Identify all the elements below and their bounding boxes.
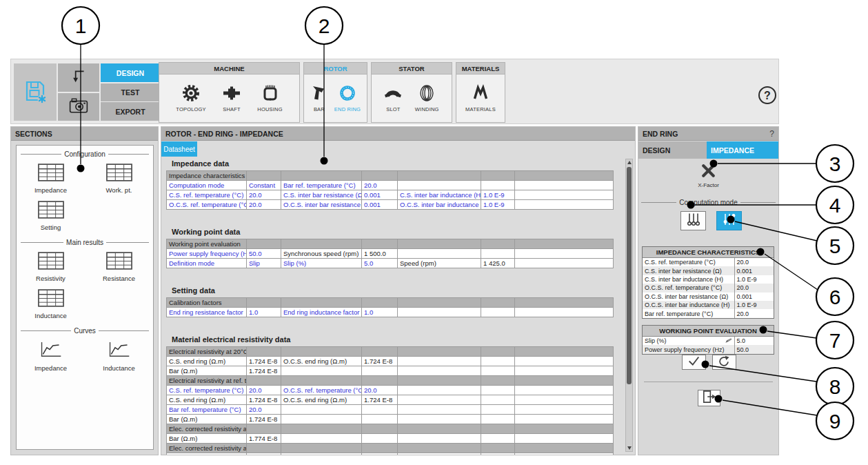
table-row: End ring resistance factor1.0End ring in…: [167, 308, 614, 317]
cell-value[interactable]: 20.0: [247, 453, 281, 455]
cell-label: [281, 405, 362, 415]
sidebar-item-label: Impedance: [34, 364, 67, 372]
cell-label: [515, 259, 614, 268]
cell-value: 1.724 E-8: [247, 395, 281, 405]
cell-label: Bar ref. temperature (°C): [643, 309, 734, 317]
toolbar-group-label-materials: MATERIALS: [456, 63, 505, 75]
datasheet-panel-title: ROTOR - END RING - IMPEDANCE: [161, 127, 635, 141]
sidebar-item-setting[interactable]: Setting: [17, 197, 85, 234]
sidebar-item-inductance[interactable]: Inductance: [17, 285, 85, 322]
toolbar-item-label: END RING: [334, 106, 361, 112]
table-row: O.C.S. ref. temperature (°C)20.0: [643, 284, 774, 292]
cell-value[interactable]: 20.0: [247, 405, 281, 415]
sidebar-item-impedance-curve[interactable]: Impedance: [17, 336, 85, 375]
cell-value: [481, 308, 515, 317]
cell-label: [398, 181, 481, 190]
cell-label: [515, 249, 614, 259]
toolbar-item-materials[interactable]: MATERIALS: [465, 84, 496, 112]
cell-value[interactable]: 5.0: [362, 259, 398, 268]
table-row: Power supply frequency (Hz)50.0Synchrono…: [167, 249, 614, 259]
vertical-scrollbar[interactable]: [625, 159, 633, 452]
cell-value[interactable]: 1.0 E-9: [481, 200, 515, 210]
toolbar-item-end-ring[interactable]: END RING: [334, 84, 361, 112]
toolbar-item-shaft[interactable]: SHAFT: [223, 84, 241, 112]
table-section-row: Electrical resistivity at ref. temp.: [167, 376, 614, 386]
cell-value[interactable]: 20.0: [362, 386, 398, 395]
sidebar-item-inductance-curve[interactable]: Inductance: [85, 336, 153, 375]
x-factor-label: X-Factor: [698, 182, 719, 188]
sliders-constant-icon: [685, 212, 703, 230]
cell-value[interactable]: 20.0: [247, 386, 281, 395]
cell-value[interactable]: 0.001: [362, 190, 398, 200]
toolbar-item-slot[interactable]: SLOT: [384, 84, 402, 112]
sidebar-item-work-pt[interactable]: Work. pt.: [85, 159, 153, 197]
cell-label: O.C.S. ref. temperature (°C): [281, 386, 362, 395]
table-row: Slip (%)5.0: [643, 337, 774, 345]
cell-value[interactable]: 0.001: [362, 200, 398, 210]
callout-number: 6: [829, 286, 841, 308]
tab-export[interactable]: EXPORT: [101, 102, 160, 121]
tab-impedance-endring[interactable]: IMPEDANCE: [707, 141, 778, 159]
cell-value[interactable]: 50.0: [247, 249, 281, 259]
cell-value[interactable]: 20.0: [247, 190, 281, 200]
cell-value[interactable]: 20.0: [362, 181, 398, 190]
toolbar-group-label-machine: MACHINE: [159, 63, 299, 75]
cell-value: 1 425.0: [481, 259, 515, 268]
tab-test[interactable]: TEST: [101, 83, 160, 101]
table-row: Bar (Ω.m)1.774 E-8: [167, 434, 614, 444]
bar-icon: [310, 84, 328, 105]
panel-help-icon[interactable]: ?: [769, 129, 774, 139]
toolbar-item-winding[interactable]: WINDING: [415, 84, 439, 112]
cell-value[interactable]: Constant: [247, 181, 281, 190]
endring-icon: [339, 84, 356, 105]
table-icon: [38, 252, 64, 273]
sidebar-item-resistance[interactable]: Resistance: [85, 248, 153, 285]
cell-value: 20.0: [734, 309, 774, 317]
datasheet-table-material-electrical-resistivity-data: Electrical resistivity at 20°CC.S. end r…: [166, 346, 614, 455]
cell-value[interactable]: 5.0: [734, 337, 774, 345]
validate-button[interactable]: [682, 355, 706, 370]
toolbar-item-label: SLOT: [386, 106, 400, 112]
restore-button[interactable]: [712, 355, 736, 370]
tab-design[interactable]: DESIGN: [101, 63, 160, 82]
callout-number: 8: [829, 375, 841, 398]
table-row: C.S. end ring (Ω.m)1.724 E-8O.C.S. end r…: [167, 357, 614, 366]
working-point-evaluation-title: WORKING POINT EVALUATION: [643, 326, 774, 337]
table-section-row: Calibration factors: [167, 298, 614, 308]
cell-value[interactable]: 1.0 E-9: [481, 190, 515, 200]
toolbar-group-label-stator: STATOR: [372, 63, 452, 75]
sidebar-item-impedance[interactable]: Impedance: [17, 159, 85, 197]
cell-value[interactable]: Slip: [247, 259, 281, 268]
cell-value[interactable]: 1.0: [362, 308, 398, 317]
help-button[interactable]: ?: [758, 86, 777, 105]
toolbar-item-topology[interactable]: TOPOLOGY: [176, 84, 206, 112]
cell-label: [515, 415, 614, 424]
cell-label: Bar ref. temperature (°C): [281, 181, 362, 190]
tab-datasheet[interactable]: Datasheet: [161, 141, 197, 157]
cell-value[interactable]: 1.0: [247, 308, 281, 317]
scrollbar-thumb[interactable]: [627, 167, 632, 384]
computation-mode-variable-button[interactable]: [716, 211, 742, 230]
export-button[interactable]: [698, 390, 720, 406]
import-arrow-button[interactable]: [58, 63, 99, 92]
computation-mode-constant-button[interactable]: [680, 211, 706, 230]
cell-value: [362, 453, 398, 455]
save-icon: [23, 79, 48, 106]
save-button[interactable]: [14, 63, 57, 121]
scrollbar-up-arrow[interactable]: [626, 159, 632, 166]
scrollbar-down-arrow[interactable]: [626, 445, 632, 451]
cell-value[interactable]: 50.0: [734, 345, 774, 353]
cell-label: Bar (Ω.m): [167, 434, 247, 444]
cell-label: [398, 357, 481, 366]
sidebar-item-resistivity[interactable]: Resistivity: [17, 248, 85, 285]
divider: [644, 382, 773, 382]
tab-design-endring[interactable]: DESIGN: [638, 141, 707, 159]
snapshot-button[interactable]: [58, 93, 99, 121]
toolbar-item-bar[interactable]: BAR: [310, 84, 328, 112]
x-factor-tool[interactable]: X-Factor: [638, 163, 778, 188]
cell-value[interactable]: 20.0: [247, 200, 281, 210]
toolbar-item-housing[interactable]: HOUSING: [257, 84, 282, 112]
cell-value: 1.724 E-8: [362, 357, 398, 366]
cell-label: C.S. end ring (Ω.m): [167, 395, 247, 405]
cell-value: [362, 366, 398, 376]
